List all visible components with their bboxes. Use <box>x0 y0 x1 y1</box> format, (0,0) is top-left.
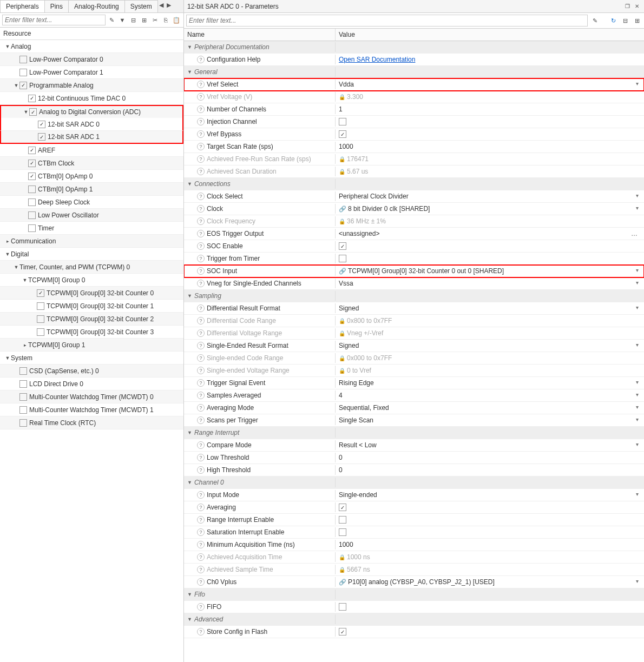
param-value-cell[interactable]: Signed <box>336 341 644 350</box>
checkbox[interactable] <box>37 289 44 297</box>
tree-item[interactable]: AREF <box>0 144 183 157</box>
help-icon[interactable]: ? <box>197 354 205 362</box>
param-value-cell[interactable]: 1000 <box>336 540 644 550</box>
help-icon[interactable]: ? <box>197 329 205 337</box>
param-value-cell[interactable]: Vdda <box>336 80 644 89</box>
restore-icon[interactable]: ❐ <box>623 3 631 10</box>
param-value-cell[interactable]: 1000 <box>336 142 644 151</box>
checkbox[interactable] <box>339 242 346 250</box>
tree-item[interactable]: Real Time Clock (RTC) <box>0 416 183 429</box>
checkbox[interactable] <box>28 198 36 206</box>
help-icon[interactable]: ? <box>197 553 205 561</box>
checkbox[interactable] <box>19 393 27 401</box>
tree-item[interactable]: Low-Power Comparator 1 <box>0 66 183 79</box>
checkbox[interactable] <box>28 95 36 102</box>
help-icon[interactable]: ? <box>197 603 205 611</box>
help-icon[interactable]: ? <box>197 441 205 449</box>
expand-arrow-icon[interactable]: ▼ <box>23 109 29 115</box>
param-value-cell[interactable]: 🔒5.67 us <box>336 167 644 176</box>
help-icon[interactable]: ? <box>197 155 205 163</box>
help-icon[interactable]: ? <box>197 504 205 511</box>
param-value-cell[interactable]: Result < Low <box>336 440 644 450</box>
help-icon[interactable]: ? <box>197 466 205 474</box>
param-value-cell[interactable]: 🔒176471 <box>336 154 644 164</box>
checkbox[interactable] <box>19 380 27 388</box>
group-collapse-icon[interactable]: ▼ <box>187 69 192 75</box>
help-icon[interactable]: ? <box>197 255 205 262</box>
param-value-cell[interactable]: 🔒Vneg +/-Vref <box>336 328 644 338</box>
param-value-cell[interactable] <box>336 602 644 612</box>
tree-item[interactable]: LCD Direct Drive 0 <box>0 378 183 390</box>
checkbox[interactable] <box>37 302 44 310</box>
param-value-cell[interactable]: 🔒36 MHz ± 1% <box>336 216 644 226</box>
collapse-icon[interactable]: ⊟ <box>128 15 138 25</box>
tree-item[interactable]: ▼TCPWM[0] Group 0 <box>0 274 183 287</box>
help-icon[interactable]: ? <box>197 367 205 374</box>
checkbox[interactable] <box>28 147 36 154</box>
help-icon[interactable]: ? <box>197 404 205 412</box>
help-icon[interactable]: ? <box>197 130 205 138</box>
help-icon[interactable]: ? <box>197 416 205 424</box>
checkbox[interactable] <box>339 118 346 125</box>
tree-item[interactable]: ▼Timer, Counter, and PWM (TCPWM) 0 <box>0 261 183 274</box>
tree-item[interactable]: CTBm Clock <box>0 157 183 170</box>
tree-item[interactable]: ▼System <box>0 352 183 365</box>
param-value-cell[interactable] <box>336 241 644 251</box>
param-value-cell[interactable]: 4 <box>336 390 644 400</box>
tree-item[interactable]: 12-bit SAR ADC 1 <box>0 131 183 144</box>
tree-item[interactable]: ▼Digital <box>0 248 183 261</box>
checkbox[interactable] <box>339 628 346 635</box>
param-value-cell[interactable] <box>336 515 644 525</box>
param-value-cell[interactable]: 1 <box>336 104 644 114</box>
cut-icon[interactable]: ✂ <box>150 15 160 25</box>
help-icon[interactable]: ? <box>197 379 205 387</box>
param-value-cell[interactable]: 🔗TCPWM[0] Group[0] 32-bit Counter 0 out … <box>336 266 644 276</box>
param-value-cell[interactable]: Rising Edge <box>336 378 644 388</box>
param-value-cell[interactable] <box>336 254 644 263</box>
help-icon[interactable]: ? <box>197 628 205 635</box>
checkbox[interactable] <box>19 82 27 89</box>
checkbox[interactable] <box>38 121 45 128</box>
help-icon[interactable]: ? <box>197 143 205 150</box>
param-value-cell[interactable]: 🔒0 to Vref <box>336 366 644 375</box>
help-icon[interactable]: ? <box>197 528 205 536</box>
tree-item[interactable]: TCPWM[0] Group[0] 32-bit Counter 3 <box>0 326 183 339</box>
tree-item[interactable]: 12-bit SAR ADC 0 <box>0 118 183 131</box>
tab-peripherals[interactable]: Peripherals <box>0 0 45 12</box>
expand-arrow-icon[interactable]: ▼ <box>13 83 19 88</box>
tree-item[interactable]: Timer <box>0 222 183 235</box>
help-icon[interactable]: ? <box>197 267 205 275</box>
group-collapse-icon[interactable]: ▼ <box>187 592 192 597</box>
help-icon[interactable]: ? <box>197 105 205 113</box>
clear-filter-icon[interactable]: ✎ <box>590 16 600 25</box>
checkbox[interactable] <box>28 160 36 167</box>
tree-item[interactable]: Deep Sleep Clock <box>0 196 183 209</box>
tab-nav-right[interactable]: ▶ <box>165 0 173 12</box>
collapse-all-icon[interactable]: ⊟ <box>620 16 630 25</box>
tree-item[interactable]: CSD (CapSense, etc.) 0 <box>0 365 183 378</box>
more-icon[interactable]: … <box>631 230 641 237</box>
close-icon[interactable]: ✕ <box>633 3 641 10</box>
checkbox[interactable] <box>28 173 36 180</box>
group-collapse-icon[interactable]: ▼ <box>187 44 192 50</box>
param-value-cell[interactable]: 🔒1000 ns <box>336 552 644 562</box>
group-collapse-icon[interactable]: ▼ <box>187 181 192 187</box>
tree-item[interactable]: ▸Communication <box>0 235 183 248</box>
param-value-cell[interactable] <box>336 129 644 139</box>
params-filter-input[interactable] <box>186 15 588 27</box>
tree-item[interactable]: ▸TCPWM[0] Group 1 <box>0 339 183 352</box>
expand-arrow-icon[interactable]: ▸ <box>22 342 28 348</box>
expand-arrow-icon[interactable]: ▼ <box>4 44 11 49</box>
param-value-cell[interactable]: 🔒5667 ns <box>336 565 644 574</box>
param-value-cell[interactable]: 🔒0x000 to 0x7FF <box>336 353 644 363</box>
documentation-link[interactable]: Open SAR Documentation <box>339 56 415 63</box>
tree-item[interactable]: TCPWM[0] Group[0] 32-bit Counter 1 <box>0 300 183 313</box>
param-value-cell[interactable]: Peripheral Clock Divider <box>336 191 644 201</box>
tree-item[interactable]: CTBm[0] OpAmp 0 <box>0 170 183 183</box>
expand-arrow-icon[interactable]: ▼ <box>22 277 28 283</box>
group-collapse-icon[interactable]: ▼ <box>187 480 192 485</box>
help-icon[interactable]: ? <box>197 168 205 175</box>
checkbox[interactable] <box>37 328 44 336</box>
param-value-cell[interactable]: <unassigned>… <box>336 229 644 239</box>
param-value-cell[interactable]: 0 <box>336 465 644 475</box>
